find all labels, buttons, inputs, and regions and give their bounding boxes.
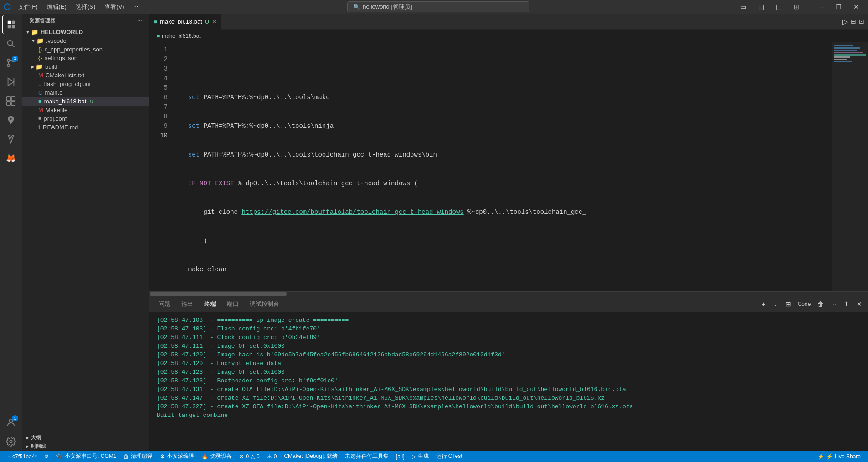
activity-source-control[interactable]: 3: [2, 54, 20, 72]
horizontal-scrollbar[interactable]: [149, 291, 868, 296]
tree-flash-ini[interactable]: ≡ flash_prog_cfg.ini: [22, 80, 149, 88]
tree-c-cpp-props[interactable]: {} c_cpp_properties.json: [22, 45, 149, 54]
tree-makefile[interactable]: M Makefile: [22, 106, 149, 114]
sidebar-outline[interactable]: ▶ 大纲: [22, 433, 149, 442]
editor-area: ■ make_bl618.bat U ✕ ▷ ⊟ ⊡ ■ make_bl618.…: [149, 14, 868, 451]
main-layout: 3 🦊 1 资源管理器 ···: [0, 14, 868, 451]
term-line-6: [02:58:47.120] - Encrypt efuse data: [157, 359, 861, 368]
activity-extensions[interactable]: [2, 92, 20, 110]
menu-edit[interactable]: 编辑(E): [43, 2, 70, 12]
run-btn[interactable]: ▷: [842, 17, 848, 26]
tree-root[interactable]: ▼ 📁 HELLOWORLD: [22, 28, 149, 36]
status-target[interactable]: [all]: [392, 451, 408, 462]
panel-tab-problems[interactable]: 问题: [153, 296, 176, 312]
tree-vscode[interactable]: ▼ 📁 .vscode: [22, 36, 149, 45]
fire-icon: 🔥: [201, 453, 208, 460]
status-live-share[interactable]: ⚡ ⚡ Live Share: [814, 451, 864, 462]
activity-accounts[interactable]: 1: [2, 413, 20, 432]
error-icon: ⊗: [239, 453, 244, 460]
code-line-6: git clone https://gitee.com/bouffalolab/…: [180, 208, 832, 217]
layout-btn-1[interactable]: ▭: [735, 1, 752, 12]
term-line-1: [02:58:47.103] - ========== sp image cre…: [157, 316, 861, 325]
menu-file[interactable]: 文件(F): [15, 2, 41, 12]
term-line-7: [02:58:47.123] - Image Offset:0x1000: [157, 368, 861, 376]
status-com-port[interactable]: 🔌 小安派串口号: COM1: [52, 451, 120, 462]
term-line-12: Built target combine: [157, 411, 861, 420]
svg-point-6: [7, 64, 10, 67]
tab-modified: U: [205, 18, 209, 25]
activity-run[interactable]: [2, 73, 20, 91]
minimize-btn[interactable]: ─: [814, 1, 829, 12]
svg-rect-16: [11, 102, 15, 105]
tree-readme[interactable]: ℹ README.md: [22, 123, 149, 132]
terminal-content[interactable]: [02:58:47.103] - ========== sp image cre…: [149, 312, 868, 451]
tab-bar: ■ make_bl618.bat U ✕ ▷ ⊟ ⊡: [149, 14, 868, 30]
tree-settings-json[interactable]: {} settings.json: [22, 54, 149, 62]
activity-test[interactable]: [2, 130, 20, 148]
panel-maximize-btn[interactable]: ⬆: [842, 300, 852, 309]
status-sync[interactable]: ↺: [41, 451, 52, 462]
status-cmake[interactable]: CMake: [Debug]: 就绪: [280, 451, 341, 462]
sidebar-more-btn[interactable]: ···: [137, 18, 142, 24]
panel-tab-ports[interactable]: 端口: [221, 296, 244, 312]
tree-proj-conf[interactable]: ≡ proj.conf: [22, 114, 149, 123]
svg-marker-11: [8, 78, 14, 86]
code-line-5: IF NOT EXIST %~dp0..\..\tools\toolchain_…: [180, 179, 832, 188]
editor-actions: ▷ ⊟ ⊡: [839, 17, 868, 26]
panel-tab-terminal[interactable]: 终端: [199, 296, 221, 312]
panel-trash-btn[interactable]: 🗑: [815, 300, 826, 309]
panel-tab-output[interactable]: 输出: [176, 296, 199, 312]
panel-dropdown-btn[interactable]: ⌄: [770, 300, 781, 309]
panel-more-btn[interactable]: ···: [829, 300, 839, 309]
tab-close-btn[interactable]: ✕: [212, 19, 216, 25]
scrollbar-thumb[interactable]: [150, 292, 287, 296]
tree-build[interactable]: ▶ 📁 build: [22, 62, 149, 71]
activity-fox[interactable]: 🦊: [2, 149, 20, 168]
term-line-3: [02:58:47.111] - Clock config crc: b'0b3…: [157, 333, 861, 342]
status-toolset[interactable]: 未选择任何工具集: [341, 451, 392, 462]
layout-btn-4[interactable]: ⊞: [788, 1, 805, 12]
menu-view[interactable]: 查看(V): [101, 2, 128, 12]
tree-cmake[interactable]: M CMakeLists.txt: [22, 71, 149, 80]
panel-split-btn[interactable]: ⊞: [783, 300, 793, 309]
code-line-1: [180, 64, 832, 74]
activity-settings[interactable]: [2, 432, 20, 451]
layout-btn-2[interactable]: ▤: [753, 1, 770, 12]
menu-more[interactable]: ···: [130, 2, 142, 12]
status-errors[interactable]: ⊗ 0 △ 0: [236, 451, 263, 462]
git-icon: ⑂: [7, 453, 10, 460]
split-editor-btn[interactable]: ⊟: [851, 18, 856, 25]
svg-rect-15: [7, 102, 10, 105]
terminal-panel: 问题 输出 终端 端口 调试控制台 + ⌄ ⊞ Code 🗑 ··· ⬆ ✕ […: [149, 296, 868, 451]
panel-tab-debug[interactable]: 调试控制台: [244, 296, 285, 312]
menu-selection[interactable]: 选择(S): [72, 2, 99, 12]
layout-btn-3[interactable]: ◫: [770, 1, 787, 12]
maximize-btn[interactable]: ❐: [830, 1, 847, 12]
tab-label: make_bl618.bat: [160, 18, 202, 25]
sidebar-timeline[interactable]: ▶ 时间线: [22, 442, 149, 451]
activity-remote[interactable]: [2, 111, 20, 129]
new-terminal-btn[interactable]: +: [759, 300, 767, 309]
status-right: ⚡ ⚡ Live Share: [814, 451, 864, 462]
status-warnings[interactable]: ⚠ 0: [263, 451, 281, 462]
panel-close-btn[interactable]: ✕: [854, 300, 864, 309]
tree-make-bat[interactable]: ■ make_bl618.bat U: [22, 97, 149, 106]
status-generate[interactable]: ▷ 生成: [408, 451, 432, 462]
activity-explorer[interactable]: [2, 15, 20, 34]
panel-tab-bar: 问题 输出 终端 端口 调试控制台 + ⌄ ⊞ Code 🗑 ··· ⬆ ✕: [149, 296, 868, 312]
title-search-bar[interactable]: 🔍 helloworld [管理员]: [347, 1, 529, 12]
status-flash[interactable]: 🔥 烧录设备: [198, 451, 236, 462]
status-clean[interactable]: 🗑 清理编译: [120, 451, 156, 462]
close-btn[interactable]: ✕: [848, 1, 864, 12]
svg-rect-13: [7, 97, 10, 101]
status-git-branch[interactable]: ⑂ c7f51ba4*: [4, 451, 41, 462]
activity-search[interactable]: [2, 35, 20, 53]
code-editor[interactable]: 1 2 3 4 5 6 7 8 9 10 set PATH=%PATH%;%~d…: [149, 42, 832, 291]
svg-point-18: [10, 440, 12, 443]
code-line-2: set PATH=%PATH%;%~dp0..\..\tools\make: [180, 93, 832, 102]
status-run-ctest[interactable]: 运行 CTest: [432, 451, 466, 462]
tab-make-bat[interactable]: ■ make_bl618.bat U ✕: [149, 14, 221, 30]
toggle-panel-btn[interactable]: ⊡: [859, 18, 864, 25]
status-build[interactable]: ⚙ 小安派编译: [156, 451, 198, 462]
tree-main-c[interactable]: C main.c: [22, 88, 149, 97]
